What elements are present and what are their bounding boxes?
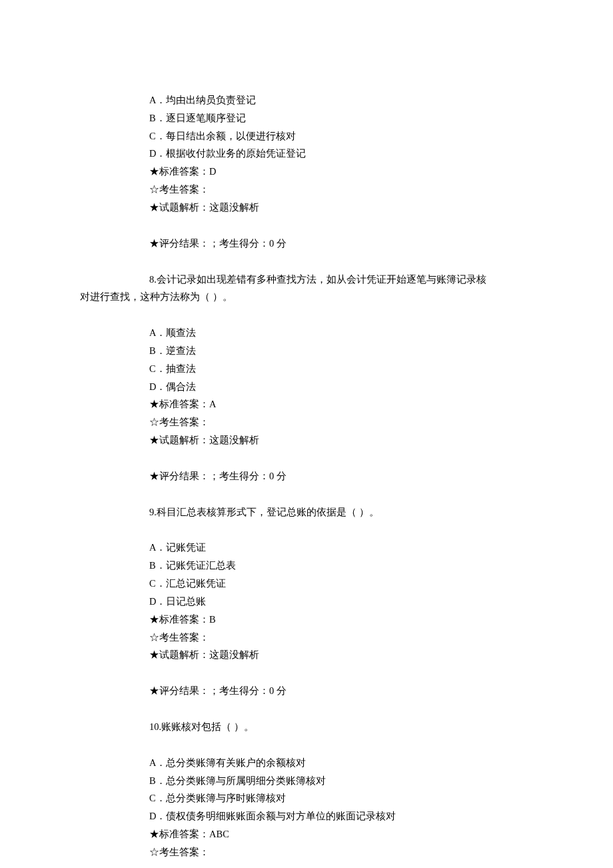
option-text: 均由出纳员负责登记 xyxy=(166,95,256,105)
option-text: 每日结出余额，以便进行核对 xyxy=(166,131,296,141)
score-result: ★评分结果：；考生得分：0 分 xyxy=(149,235,546,253)
option-label: C． xyxy=(149,363,166,374)
option-b: B．记账凭证汇总表 xyxy=(149,557,546,575)
option-text: 总分类账簿有关账户的余额核对 xyxy=(166,757,306,768)
option-a: A．顺查法 xyxy=(149,324,546,342)
value: A xyxy=(209,399,216,409)
value: 这题没解析 xyxy=(209,202,259,213)
option-text: 偶合法 xyxy=(166,381,196,392)
option-text: 汇总记账凭证 xyxy=(166,578,226,589)
option-d: D．债权债务明细账账面余额与对方单位的账面记录核对 xyxy=(149,807,546,825)
option-text: 根据收付款业务的原始凭证登记 xyxy=(166,148,306,159)
stem-text: 科目汇总表核算形式下，登记总账的依据是（ ）。 xyxy=(157,507,379,517)
option-label: D． xyxy=(149,381,166,392)
stem-text: 会计记录如出现差错有多种查找方法，如从会计凭证开始逐笔与账簿记录核 xyxy=(157,274,486,285)
option-text: 记账凭证汇总表 xyxy=(166,560,236,571)
option-label: A． xyxy=(149,757,166,768)
value: 这题没解析 xyxy=(209,649,259,660)
question-8-options: A．顺查法 B．逆查法 C．抽查法 D．偶合法 xyxy=(80,324,546,395)
option-d: D．日记总账 xyxy=(149,593,546,611)
label: ★标准答案： xyxy=(149,399,209,409)
option-text: 顺查法 xyxy=(166,327,196,338)
option-b: B．逐日逐笔顺序登记 xyxy=(149,109,546,127)
option-label: D． xyxy=(149,596,166,607)
label: ★标准答案： xyxy=(149,166,209,177)
standard-answer: ★标准答案：D xyxy=(149,163,546,181)
label: ★评分结果： xyxy=(149,238,209,249)
label: ★试题解析： xyxy=(149,202,209,213)
standard-answer: ★标准答案：A xyxy=(149,395,546,413)
option-b: B．总分类账簿与所属明细分类账簿核对 xyxy=(149,772,546,790)
option-c: C．抽查法 xyxy=(149,360,546,378)
candidate-answer: ☆考生答案： xyxy=(149,181,546,199)
option-c: C．总分类账簿与序时账簿核对 xyxy=(149,789,546,807)
option-label: B． xyxy=(149,113,166,123)
option-label: A． xyxy=(149,327,166,338)
question-number: 9. xyxy=(149,507,157,517)
label: ☆考生答案： xyxy=(149,417,209,427)
question-7-options: A．均由出纳员负责登记 B．逐日逐笔顺序登记 C．每日结出余额，以便进行核对 D… xyxy=(80,91,546,163)
option-text: 总分类账簿与序时账簿核对 xyxy=(166,793,286,803)
value: B xyxy=(209,614,216,625)
question-8-meta: ★标准答案：A ☆考生答案： ★试题解析：这题没解析 xyxy=(80,395,546,449)
option-text: 逆查法 xyxy=(166,345,196,356)
question-7-meta: ★标准答案：D ☆考生答案： ★试题解析：这题没解析 xyxy=(80,163,546,216)
question-number: 8. xyxy=(149,274,157,285)
option-b: B．逆查法 xyxy=(149,342,546,360)
question-stem-line2: 对进行查找，这种方法称为（ ）。 xyxy=(80,288,546,306)
label: ☆考生答案： xyxy=(149,184,209,195)
option-label: D． xyxy=(149,148,166,159)
question-9-stem: 9.科目汇总表核算形式下，登记总账的依据是（ ）。 xyxy=(80,503,546,521)
candidate-answer: ☆考生答案： xyxy=(149,843,546,861)
option-c: C．每日结出余额，以便进行核对 xyxy=(149,127,546,145)
option-text: 日记总账 xyxy=(166,596,206,607)
option-a: A．均由出纳员负责登记 xyxy=(149,91,546,109)
option-label: A． xyxy=(149,95,166,105)
explanation: ★试题解析：这题没解析 xyxy=(149,646,546,664)
option-text: 逐日逐笔顺序登记 xyxy=(166,113,246,123)
explanation: ★试题解析：这题没解析 xyxy=(149,199,546,217)
question-9-options: A．记账凭证 B．记账凭证汇总表 C．汇总记账凭证 D．日记总账 xyxy=(80,539,546,610)
value: ；考生得分：0 分 xyxy=(209,685,287,696)
value: ；考生得分：0 分 xyxy=(209,238,287,249)
label: ★标准答案： xyxy=(149,614,209,625)
option-d: D．偶合法 xyxy=(149,378,546,396)
stem-text: 对进行查找，这种方法称为（ ）。 xyxy=(80,291,233,302)
stem-text: 账账核对包括（ ）。 xyxy=(161,721,254,732)
option-text: 总分类账簿与所属明细分类账簿核对 xyxy=(166,775,326,786)
question-10-stem: 10.账账核对包括（ ）。 xyxy=(80,718,546,736)
standard-answer: ★标准答案：ABC xyxy=(149,825,546,843)
score-result: ★评分结果：；考生得分：0 分 xyxy=(149,682,546,700)
option-label: C． xyxy=(149,578,166,589)
label: ★评分结果： xyxy=(149,471,209,481)
candidate-answer: ☆考生答案： xyxy=(149,413,546,431)
label: ★试题解析： xyxy=(149,649,209,660)
value: ABC xyxy=(209,829,229,839)
option-text: 债权债务明细账账面余额与对方单位的账面记录核对 xyxy=(166,811,396,821)
option-label: B． xyxy=(149,560,166,571)
option-c: C．汇总记账凭证 xyxy=(149,575,546,593)
option-label: A． xyxy=(149,542,166,553)
option-text: 记账凭证 xyxy=(166,542,206,553)
option-text: 抽查法 xyxy=(166,363,196,374)
value: D xyxy=(209,166,216,177)
question-9-meta: ★标准答案：B ☆考生答案： ★试题解析：这题没解析 xyxy=(80,611,546,664)
question-stem-line1: 8.会计记录如出现差错有多种查找方法，如从会计凭证开始逐笔与账簿记录核 xyxy=(80,271,546,289)
option-label: B． xyxy=(149,345,166,356)
question-number: 10. xyxy=(149,721,161,732)
option-label: C． xyxy=(149,131,166,141)
value: ；考生得分：0 分 xyxy=(209,471,287,481)
option-label: B． xyxy=(149,775,166,786)
question-7-score: ★评分结果：；考生得分：0 分 xyxy=(80,235,546,253)
option-a: A．记账凭证 xyxy=(149,539,546,557)
option-label: D． xyxy=(149,811,166,821)
candidate-answer: ☆考生答案： xyxy=(149,629,546,647)
question-8-score: ★评分结果：；考生得分：0 分 xyxy=(80,467,546,485)
option-label: C． xyxy=(149,793,166,803)
score-result: ★评分结果：；考生得分：0 分 xyxy=(149,467,546,485)
explanation: ★试题解析：这题没解析 xyxy=(149,431,546,449)
standard-answer: ★标准答案：B xyxy=(149,611,546,629)
question-8-stem: 8.会计记录如出现差错有多种查找方法，如从会计凭证开始逐笔与账簿记录核 对进行查… xyxy=(80,271,546,307)
label: ★试题解析： xyxy=(149,435,209,445)
question-10-meta: ★标准答案：ABC ☆考生答案： xyxy=(80,825,546,861)
